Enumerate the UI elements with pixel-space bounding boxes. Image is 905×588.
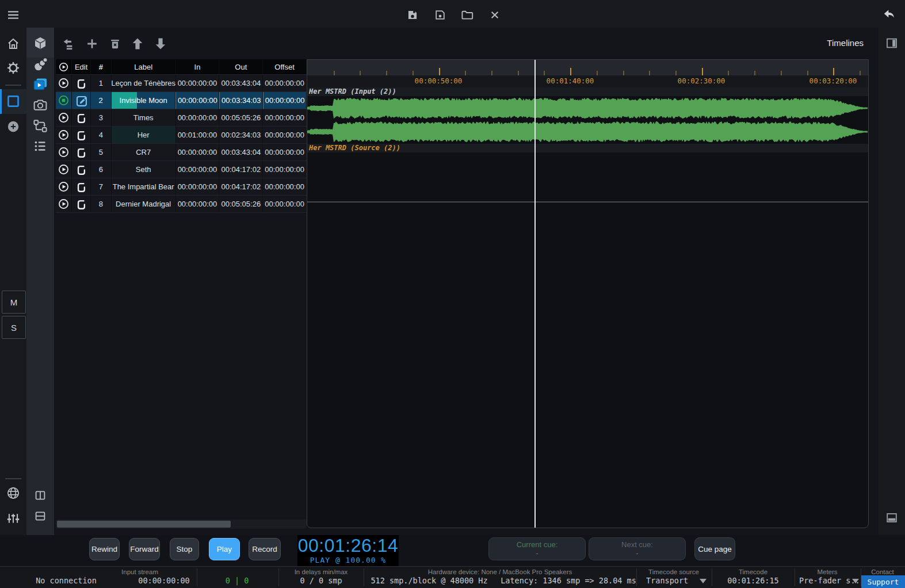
outdent-icon[interactable] — [62, 36, 77, 51]
edit-state-icon[interactable] — [72, 161, 90, 178]
stop-cue-icon[interactable] — [56, 92, 72, 109]
cue-out[interactable]: 00:04:17:02 — [219, 178, 263, 195]
cue-offset[interactable]: 00:00:00:00 — [263, 196, 307, 212]
table-row[interactable]: 5 CR7 00:00:00:00 00:03:43:04 00:00:00:0… — [56, 144, 307, 161]
cue-out[interactable]: 00:04:17:02 — [219, 161, 263, 178]
timecode-source-dropdown-icon[interactable] — [700, 579, 707, 583]
forward-button[interactable]: Forward — [129, 538, 160, 560]
table-row[interactable]: 3 Times 00:00:00:00 00:05:05:26 00:00:00… — [56, 109, 307, 127]
routing-flow-icon[interactable] — [33, 119, 48, 134]
cue-offset[interactable]: 00:00:00:00 — [263, 144, 307, 161]
cue-label[interactable]: Seth — [112, 161, 176, 178]
mute-button[interactable]: M — [2, 291, 26, 314]
table-row[interactable]: 1 Leçon de Ténèbres 00:00:00:00 00:03:43… — [56, 75, 307, 92]
cue-offset[interactable]: 00:00:00:00 — [263, 161, 307, 178]
save-as-icon[interactable] — [434, 9, 447, 22]
play-cue-icon[interactable] — [56, 109, 72, 126]
cue-in[interactable]: 00:00:00:00 — [176, 196, 220, 212]
cue-in[interactable]: 00:00:00:00 — [176, 75, 220, 91]
cube-icon[interactable] — [33, 36, 48, 51]
faders-icon[interactable] — [6, 511, 21, 526]
solo-button[interactable]: S — [2, 316, 26, 339]
play-cue-icon[interactable] — [56, 75, 72, 91]
play-cue-icon[interactable] — [56, 144, 72, 161]
cue-label[interactable]: CR7 — [112, 144, 176, 161]
track2-lane[interactable] — [307, 152, 868, 201]
open-folder-icon[interactable] — [460, 8, 474, 22]
table-hscroll-thumb[interactable] — [57, 521, 231, 528]
cue-label[interactable]: Dernier Madrigal — [112, 196, 176, 212]
meters-dropdown-icon[interactable] — [852, 579, 859, 583]
delete-cue-icon[interactable] — [109, 37, 121, 50]
track1-name[interactable]: Her MSTRD (Input (2)) — [307, 87, 868, 96]
edit-state-icon[interactable] — [72, 109, 90, 126]
cue-out[interactable]: 00:05:05:26 — [219, 109, 263, 126]
cue-offset[interactable]: 00:00:00:00 — [263, 127, 307, 143]
add-cue-icon[interactable] — [85, 36, 100, 51]
list-icon[interactable] — [33, 139, 48, 154]
cue-offset[interactable]: 00:00:00:00 — [263, 92, 307, 109]
camera-icon[interactable] — [33, 97, 48, 112]
cue-label[interactable]: Leçon de Ténèbres — [112, 75, 176, 91]
timelines-view-icon[interactable] — [6, 94, 21, 109]
menu-icon[interactable] — [6, 8, 20, 22]
home-icon[interactable] — [6, 37, 21, 51]
play-button[interactable]: Play — [209, 538, 240, 560]
table-row[interactable]: 7 The Impartial Bear 00:00:00:00 00:04:1… — [56, 178, 307, 196]
track2-name[interactable]: Her MSTRD (Source (2)) — [307, 144, 868, 152]
play-cue-icon[interactable] — [56, 127, 72, 143]
settings-gear-icon[interactable] — [6, 61, 20, 75]
cue-in[interactable]: 00:01:00:00 — [176, 127, 220, 143]
play-cue-icon[interactable] — [56, 196, 72, 212]
track1-waveform[interactable] — [307, 96, 868, 144]
current-cue-box[interactable]: Current cue: - — [488, 537, 586, 560]
panel-bottom-icon[interactable] — [885, 511, 899, 525]
edit-state-icon[interactable] — [72, 75, 90, 91]
cue-out[interactable]: 00:03:34:03 — [219, 92, 263, 109]
play-cue-icon[interactable] — [56, 178, 72, 195]
globe-icon[interactable] — [6, 486, 21, 501]
spheres-icon[interactable] — [33, 56, 48, 72]
save-icon[interactable] — [406, 9, 419, 22]
cue-in[interactable]: 00:00:00:00 — [176, 109, 220, 126]
play-cue-icon[interactable] — [56, 161, 72, 178]
timeline-panel[interactable]: 00:00:50:00 00:01:40:00 00:02:30:00 00:0… — [307, 59, 869, 528]
cue-out[interactable]: 00:03:43:04 — [219, 75, 263, 91]
cue-out[interactable]: 00:02:34:03 — [219, 127, 263, 143]
table-row[interactable]: 8 Dernier Madrigal 00:00:00:00 00:05:05:… — [56, 196, 307, 213]
close-icon[interactable] — [488, 9, 502, 22]
timeline-ruler[interactable] — [307, 60, 868, 75]
split-vertical-icon[interactable] — [33, 488, 47, 502]
add-view-icon[interactable] — [7, 120, 20, 133]
cue-offset[interactable]: 00:00:00:00 — [263, 109, 307, 126]
rewind-button[interactable]: Rewind — [89, 538, 120, 560]
cue-label[interactable]: The Impartial Bear — [112, 178, 176, 195]
support-button[interactable]: Support — [861, 575, 905, 588]
edit-pencil-icon[interactable] — [72, 92, 90, 109]
table-row[interactable]: 4 Her 00:01:00:00 00:02:34:03 00:00:00:0… — [56, 127, 307, 144]
cue-in[interactable]: 00:00:00:00 — [176, 178, 220, 195]
edit-state-icon[interactable] — [72, 178, 90, 195]
panel-right-icon[interactable] — [885, 36, 899, 50]
cue-page-button[interactable]: Cue page — [694, 537, 735, 560]
table-row-selected[interactable]: 2 Invisible Moon 00:00:00:00 00:03:34:03… — [56, 92, 307, 109]
table-row[interactable]: 6 Seth 00:00:00:00 00:04:17:02 00:00:00:… — [56, 161, 307, 178]
playhead[interactable] — [534, 60, 536, 528]
stop-button[interactable]: Stop — [170, 538, 199, 560]
cue-offset[interactable]: 00:00:00:00 — [263, 75, 307, 91]
cue-out[interactable]: 00:03:43:04 — [219, 144, 263, 161]
cue-label-loaded[interactable]: Her — [112, 127, 176, 143]
move-down-icon[interactable] — [153, 36, 169, 52]
split-horizontal-icon[interactable] — [33, 509, 47, 523]
playlist-icon-active[interactable] — [32, 76, 48, 92]
cue-offset[interactable]: 00:00:00:00 — [263, 178, 307, 195]
cue-out[interactable]: 00:05:05:26 — [219, 196, 263, 212]
undo-icon[interactable] — [883, 7, 897, 22]
record-button[interactable]: Record — [249, 538, 281, 560]
edit-state-icon[interactable] — [72, 196, 90, 212]
next-cue-box[interactable]: Next cue: - — [589, 537, 686, 560]
cue-in[interactable]: 00:00:00:00 — [176, 161, 220, 178]
edit-state-icon[interactable] — [72, 144, 90, 161]
cue-label[interactable]: Times — [112, 109, 176, 126]
cue-in[interactable]: 00:00:00:00 — [175, 92, 219, 109]
